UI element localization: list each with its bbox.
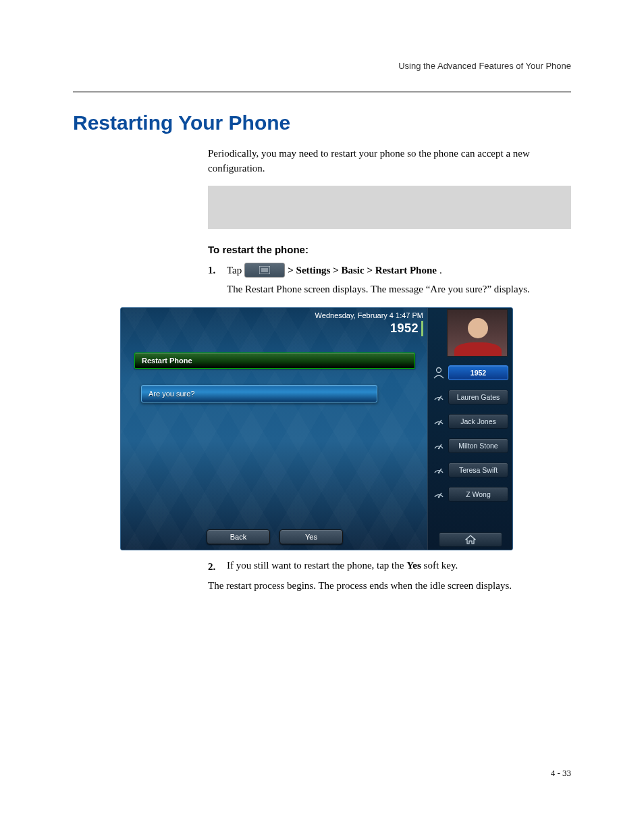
screen-title-bar: Restart Phone <box>134 353 415 369</box>
status-datetime: Wednesday, February 4 1:47 PM <box>315 311 423 320</box>
note-placeholder-box <box>208 186 571 229</box>
contact-row: Milton Stone <box>428 434 512 458</box>
contact-button[interactable]: Milton Stone <box>448 438 508 453</box>
speed-dial-icon <box>432 463 446 477</box>
svg-point-8 <box>438 423 440 425</box>
svg-point-10 <box>438 448 440 450</box>
main-pane: Wednesday, February 4 1:47 PM 1952 Resta… <box>121 308 429 550</box>
step-2-post: soft key. <box>421 560 458 571</box>
contact-row: Z Wong <box>428 482 512 506</box>
svg-point-12 <box>438 472 440 474</box>
speed-dial-icon <box>432 390 446 404</box>
step-2-pre: If you still want to restart the phone, … <box>227 560 406 571</box>
svg-point-6 <box>438 399 440 401</box>
speed-dial-icon <box>432 415 446 428</box>
page-number: 4 - 33 <box>551 768 571 779</box>
step-2-bold: Yes <box>406 560 421 571</box>
softkey-bar: Back Yes <box>121 527 429 550</box>
svg-point-4 <box>437 368 441 373</box>
step-1-path: > Settings > Basic > Restart Phone <box>288 262 437 278</box>
svg-point-14 <box>438 496 440 498</box>
contact-row: Lauren Gates <box>428 385 512 409</box>
step-2-number: 2. <box>208 558 220 575</box>
step-2-note: The restart process begins. The process … <box>208 579 571 594</box>
confirm-prompt: Are you sure? <box>141 385 377 402</box>
speed-dial-icon <box>432 439 446 452</box>
side-pane: 1952Lauren GatesJack JonesMilton StoneTe… <box>427 308 512 550</box>
speed-dial-icon <box>432 488 446 501</box>
running-header: Using the Advanced Features of Your Phon… <box>73 61 571 71</box>
contact-row: Jack Jones <box>428 409 512 434</box>
section-title: Restarting Your Phone <box>73 111 571 134</box>
step-1-note: The Restart Phone screen displays. The m… <box>227 282 571 297</box>
step-1-pre: Tap <box>227 262 242 278</box>
yes-softkey[interactable]: Yes <box>279 529 343 544</box>
contact-button[interactable]: Teresa Swift <box>448 463 508 477</box>
intro-text: Periodically, you may need to restart yo… <box>208 147 571 176</box>
menu-icon <box>244 263 285 278</box>
steps-heading: To restart the phone: <box>208 244 571 255</box>
contact-button[interactable]: Lauren Gates <box>448 390 508 405</box>
status-extension: 1952 <box>390 321 423 336</box>
step-2: 2. If you still want to restart the phon… <box>208 558 571 575</box>
avatar <box>447 309 508 357</box>
person-icon <box>432 366 446 380</box>
contact-button[interactable]: Jack Jones <box>448 414 508 429</box>
header-rule <box>73 91 571 93</box>
contact-button[interactable]: 1952 <box>448 365 508 380</box>
contact-row: Teresa Swift <box>428 458 512 482</box>
phone-screenshot: Wednesday, February 4 1:47 PM 1952 Resta… <box>120 307 513 550</box>
status-bar: Wednesday, February 4 1:47 PM 1952 <box>315 308 429 336</box>
step-1-period: . <box>439 262 442 278</box>
home-icon <box>465 535 476 544</box>
home-button[interactable] <box>439 532 502 547</box>
contact-button[interactable]: Z Wong <box>448 487 508 502</box>
step-1: 1. Tap > Settings > Basic > Restart Phon… <box>208 262 571 297</box>
contact-row: 1952 <box>428 361 512 385</box>
step-1-number: 1. <box>208 262 220 297</box>
back-softkey[interactable]: Back <box>207 529 270 544</box>
